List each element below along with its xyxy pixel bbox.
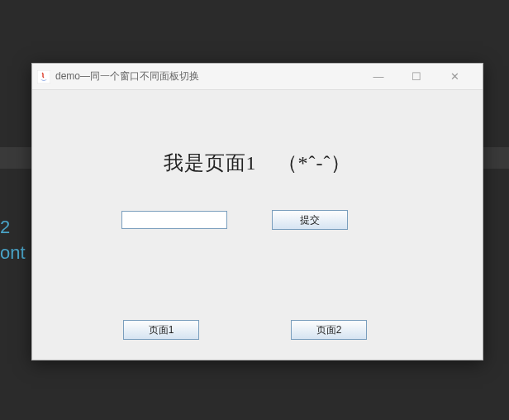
page1-button[interactable]: 页面1 (123, 320, 199, 340)
svg-rect-0 (37, 70, 50, 84)
page-heading: 我是页面1 （*ˆ-ˆ） (32, 150, 483, 176)
close-button[interactable]: ✕ (443, 69, 466, 85)
submit-button[interactable]: 提交 (272, 210, 348, 230)
bg-text-line2: ont (0, 241, 26, 266)
java-app-icon (37, 70, 50, 84)
maximize-button[interactable]: ☐ (405, 69, 428, 85)
content-panel: 我是页面1 （*ˆ-ˆ） 提交 页面1 页面2 (32, 90, 483, 360)
background-partial-text: 2 ont (0, 215, 26, 266)
titlebar[interactable]: demo—同一个窗口不同面板切换 — ☐ ✕ (32, 64, 483, 90)
window-title: demo—同一个窗口不同面板切换 (55, 69, 367, 84)
minimize-button[interactable]: — (367, 69, 390, 85)
bg-text-line1: 2 (0, 215, 26, 241)
text-input[interactable] (121, 211, 227, 229)
app-window: demo—同一个窗口不同面板切换 — ☐ ✕ 我是页面1 （*ˆ-ˆ） 提交 页… (31, 63, 483, 360)
window-controls: — ☐ ✕ (367, 69, 478, 85)
page2-button[interactable]: 页面2 (291, 320, 367, 340)
